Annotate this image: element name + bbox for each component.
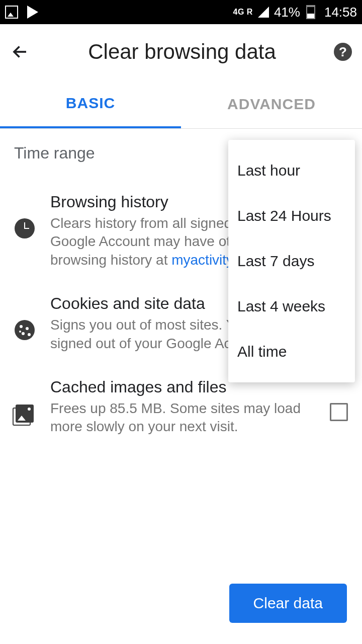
status-bar: 4G R 41% 14:58 xyxy=(0,0,362,24)
cookie-icon xyxy=(14,319,35,341)
dropdown-option-all-time[interactable]: All time xyxy=(228,329,355,374)
play-store-icon xyxy=(27,6,38,19)
tab-bar: BASIC ADVANCED xyxy=(0,79,362,129)
images-icon xyxy=(14,403,35,424)
cache-desc: Frees up 85.5 MB. Some sites may load mo… xyxy=(50,399,315,436)
tab-basic[interactable]: BASIC xyxy=(0,79,181,128)
network-indicator: 4G R xyxy=(233,9,253,16)
help-button[interactable]: ? xyxy=(334,43,352,61)
tab-advanced[interactable]: ADVANCED xyxy=(181,79,362,128)
dropdown-option-last-4-weeks[interactable]: Last 4 weeks xyxy=(228,284,355,329)
dropdown-option-last-24-hours[interactable]: Last 24 Hours xyxy=(228,193,355,238)
signal-icon xyxy=(258,7,269,18)
clock-text: 14:58 xyxy=(324,5,357,20)
app-header: Clear browsing data ? xyxy=(0,24,362,79)
battery-text: 41% xyxy=(274,5,300,20)
gallery-icon xyxy=(5,6,18,19)
history-icon xyxy=(14,218,35,239)
dropdown-option-last-7-days[interactable]: Last 7 days xyxy=(228,238,355,284)
page-title: Clear browsing data xyxy=(30,40,334,64)
back-button[interactable] xyxy=(10,42,30,62)
dropdown-option-last-hour[interactable]: Last hour xyxy=(228,148,355,193)
item-cache[interactable]: Cached images and files Frees up 85.5 MB… xyxy=(14,378,348,436)
cache-checkbox[interactable] xyxy=(330,403,348,421)
battery-icon xyxy=(306,5,315,19)
time-range-dropdown: Last hour Last 24 Hours Last 7 days Last… xyxy=(228,140,355,382)
clear-data-button[interactable]: Clear data xyxy=(229,584,347,623)
